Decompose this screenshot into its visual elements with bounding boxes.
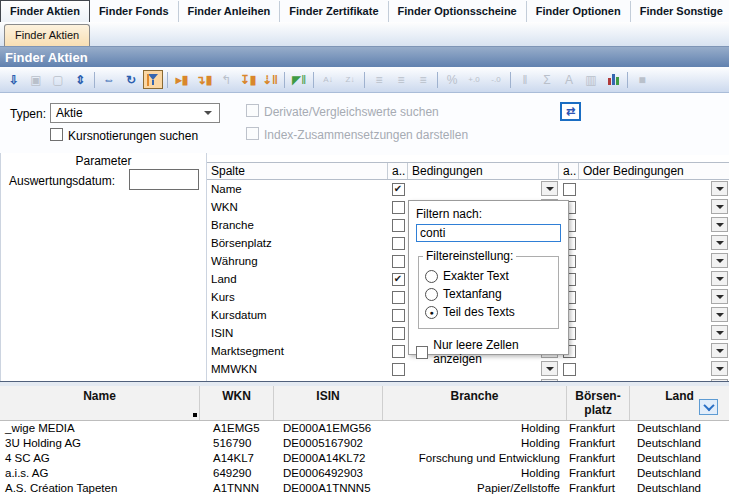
results-header-boersenplatz[interactable]: Börsen-platz <box>567 386 630 420</box>
tab-finder-optionsscheine[interactable]: Finder Optionsscheine <box>389 1 527 22</box>
condition-and-checkbox[interactable] <box>392 345 405 358</box>
dropdown-arrow-icon[interactable] <box>711 253 728 268</box>
or-condition-dropdown[interactable] <box>579 360 729 378</box>
radio-icon[interactable]: ● <box>425 306 438 319</box>
sum-icon[interactable]: Σ <box>537 70 557 89</box>
radio-option-textanfang[interactable]: Textanfang <box>425 287 552 301</box>
dropdown-arrow-icon[interactable] <box>711 307 728 322</box>
column-chart-settings-icon[interactable]: ▥ <box>581 70 601 89</box>
dropdown-arrow-icon[interactable] <box>711 217 728 232</box>
results-header-branche[interactable]: Branche <box>383 386 567 420</box>
or-condition-dropdown[interactable] <box>579 198 729 216</box>
filter-text-input[interactable] <box>416 224 561 242</box>
sort-ascending-icon[interactable]: A↓ <box>318 70 338 89</box>
or-condition-dropdown[interactable] <box>579 288 729 306</box>
header-oder-bedingungen[interactable]: Oder Bedingungen <box>579 163 729 179</box>
insert-column-right-icon[interactable]: ▸▮ <box>172 70 192 89</box>
decrease-decimal-icon[interactable]: -.0 <box>486 70 506 89</box>
header-bedingungen[interactable]: Bedingungen <box>408 163 559 179</box>
result-row[interactable]: _wige MEDIA A1EMG5 DE000A1EMG56 Holding … <box>0 421 729 436</box>
freeze-columns-icon[interactable]: ◤‖ <box>289 70 309 89</box>
subtab-finder-aktien[interactable]: Finder Aktien <box>4 24 90 46</box>
condition-value-dropdown[interactable] <box>408 180 559 198</box>
condition-and-checkbox[interactable] <box>392 219 405 232</box>
sort-descending-icon[interactable]: Z↓ <box>340 70 360 89</box>
align-right-icon[interactable]: ≡ <box>413 70 433 89</box>
typen-select[interactable]: Aktie <box>50 103 220 123</box>
header-spalte[interactable]: Spalte <box>207 163 388 179</box>
results-header-name[interactable]: Name <box>0 386 200 420</box>
result-row[interactable]: 4 SC AG A14KL7 DE000A14KL72 Forschung un… <box>0 451 729 466</box>
radio-icon[interactable] <box>425 270 438 283</box>
expand-window-icon[interactable]: ▣ <box>26 70 46 89</box>
column-filter-icon[interactable]: ⇣‖ <box>260 70 280 89</box>
group-columns-icon[interactable]: ‖ <box>515 70 535 89</box>
kursnotierungen-checkbox[interactable] <box>50 128 63 141</box>
or-condition-dropdown[interactable] <box>579 216 729 234</box>
radio-option-teil-des-texts[interactable]: ● Teil des Texts <box>425 305 552 319</box>
condition-and-checkbox[interactable]: ✔ <box>392 183 405 196</box>
condition-and-checkbox[interactable] <box>392 255 405 268</box>
result-row[interactable]: A.S. Création Tapeten A1TNNN DE000A1TNNN… <box>0 481 729 494</box>
dropdown-arrow-icon[interactable] <box>711 235 728 250</box>
condition-and-checkbox[interactable] <box>392 327 405 340</box>
tab-finder-fonds[interactable]: Finder Fonds <box>90 1 179 22</box>
or-condition-dropdown[interactable] <box>579 180 729 198</box>
increase-decimal-icon[interactable]: +.0 <box>464 70 484 89</box>
or-condition-dropdown[interactable] <box>579 270 729 288</box>
align-center-icon[interactable]: ≡ <box>391 70 411 89</box>
header-active2[interactable]: a.. <box>559 163 579 179</box>
refresh-icon[interactable]: ↻ <box>121 70 141 89</box>
condition-and-checkbox[interactable] <box>392 291 405 304</box>
dropdown-arrow-icon[interactable] <box>711 343 728 358</box>
auswertungsdatum-input[interactable] <box>129 169 199 190</box>
dropdown-arrow-icon[interactable] <box>541 181 558 196</box>
align-left-icon[interactable]: ≡ <box>369 70 389 89</box>
results-header-wkn[interactable]: WKN <box>200 386 274 420</box>
tab-finder-anleihen[interactable]: Finder Anleihen <box>179 1 281 22</box>
dropdown-arrow-icon[interactable] <box>711 199 728 214</box>
condition-or-checkbox[interactable] <box>563 183 576 196</box>
dropdown-arrow-icon[interactable] <box>711 325 728 340</box>
fit-row-height-icon[interactable]: ⇕ <box>70 70 90 89</box>
insert-column-down-icon[interactable]: ↴▮ <box>194 70 214 89</box>
or-condition-dropdown[interactable] <box>579 234 729 252</box>
result-row[interactable]: a.i.s. AG 649290 DE0006492903 Holding Fr… <box>0 466 729 481</box>
condition-and-checkbox[interactable]: ✔ <box>392 273 405 286</box>
restore-window-icon[interactable]: ▢ <box>48 70 68 89</box>
empty-cells-checkbox[interactable] <box>416 346 428 359</box>
percent-format-icon[interactable]: % <box>442 70 462 89</box>
radio-icon[interactable] <box>425 288 438 301</box>
fit-column-width-icon[interactable]: ⇔ <box>99 70 119 89</box>
or-condition-dropdown[interactable] <box>579 252 729 270</box>
font-icon[interactable]: A <box>559 70 579 89</box>
tab-finder-optionen[interactable]: Finder Optionen <box>527 1 631 22</box>
condition-and-checkbox[interactable] <box>392 363 405 376</box>
header-active1[interactable]: a.. <box>388 163 408 179</box>
or-condition-dropdown[interactable] <box>579 324 729 342</box>
empty-cells-option[interactable]: Nur leere Zellen anzeigen <box>416 338 561 366</box>
condition-or-checkbox[interactable] <box>563 363 576 376</box>
condition-and-checkbox[interactable] <box>392 309 405 322</box>
results-header-isin[interactable]: ISIN <box>274 386 383 420</box>
result-row[interactable]: 3U Holding AG 516790 DE0005167902 Holdin… <box>0 436 729 451</box>
land-filter-button[interactable] <box>699 399 718 415</box>
condition-and-checkbox[interactable] <box>392 201 405 214</box>
move-column-icon[interactable]: ↧▮ <box>238 70 258 89</box>
remove-column-icon[interactable]: ↰ <box>216 70 236 89</box>
or-condition-dropdown[interactable] <box>579 306 729 324</box>
dropdown-arrow-icon[interactable] <box>711 181 728 196</box>
tab-finder-aktien[interactable]: Finder Aktien <box>0 0 90 22</box>
chart-icon[interactable] <box>603 70 623 89</box>
results-header-land[interactable]: Land <box>630 386 729 420</box>
dropdown-arrow-icon[interactable] <box>711 361 728 376</box>
condition-and-checkbox[interactable] <box>392 237 405 250</box>
tab-finder-sonstige[interactable]: Finder Sonstige <box>631 1 729 22</box>
tab-finder-zertifikate[interactable]: Finder Zertifikate <box>280 1 388 22</box>
or-condition-dropdown[interactable] <box>579 342 729 360</box>
stop-icon[interactable]: ■ <box>632 70 652 89</box>
dropdown-arrow-icon[interactable] <box>711 271 728 286</box>
dropdown-arrow-icon[interactable] <box>711 289 728 304</box>
search-refresh-button[interactable]: ⇄ <box>560 102 581 121</box>
apply-layout-icon[interactable]: ⇩ <box>4 70 24 89</box>
